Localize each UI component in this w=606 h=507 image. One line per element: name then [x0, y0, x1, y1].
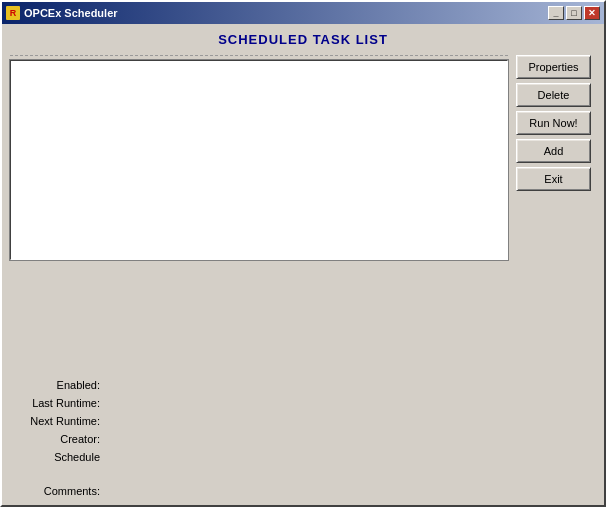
delete-button[interactable]: Delete	[516, 83, 591, 107]
next-runtime-label: Next Runtime:	[10, 413, 100, 429]
add-button[interactable]: Add	[516, 139, 591, 163]
last-runtime-label: Last Runtime:	[10, 395, 100, 411]
maximize-button[interactable]: □	[566, 6, 582, 20]
title-bar-left: R OPCEx Scheduler	[6, 6, 118, 20]
window-title: OPCEx Scheduler	[24, 7, 118, 19]
page-title: SCHEDULED TASK LIST	[10, 32, 596, 47]
info-section: Enabled: Last Runtime: Next Runtime: Cre…	[10, 377, 596, 465]
task-list-container	[10, 55, 508, 367]
window-content: SCHEDULED TASK LIST Properties Delete Ru…	[2, 24, 604, 505]
title-bar-buttons: _ □ ✕	[548, 6, 600, 20]
comments-section: Comments:	[10, 485, 596, 497]
buttons-panel: Properties Delete Run Now! Add Exit	[516, 55, 596, 367]
properties-button[interactable]: Properties	[516, 55, 591, 79]
title-bar: R OPCEx Scheduler _ □ ✕	[2, 2, 604, 24]
run-now-button[interactable]: Run Now!	[516, 111, 591, 135]
app-icon: R	[6, 6, 20, 20]
main-window: R OPCEx Scheduler _ □ ✕ SCHEDULED TASK L…	[0, 0, 606, 507]
minimize-button[interactable]: _	[548, 6, 564, 20]
main-area: Properties Delete Run Now! Add Exit	[10, 55, 596, 367]
comments-label: Comments:	[10, 485, 100, 497]
list-top-border	[10, 55, 508, 56]
schedule-label: Schedule	[10, 449, 100, 465]
creator-label: Creator:	[10, 431, 100, 447]
task-listbox[interactable]	[10, 60, 508, 260]
enabled-label: Enabled:	[10, 377, 100, 393]
close-button[interactable]: ✕	[584, 6, 600, 20]
exit-button[interactable]: Exit	[516, 167, 591, 191]
